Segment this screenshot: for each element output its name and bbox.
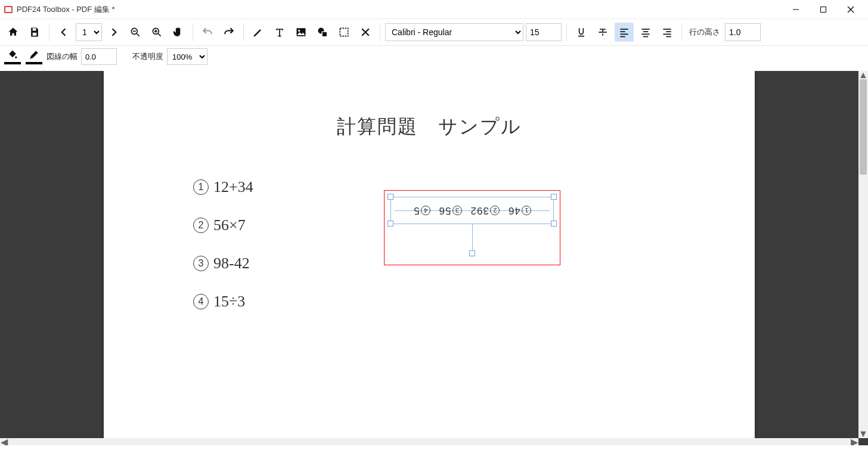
svg-rect-29 [643, 31, 648, 32]
problem-expr: 98-42 [213, 255, 250, 272]
next-page-button[interactable] [104, 23, 123, 42]
opacity-select[interactable]: 100% [167, 48, 207, 65]
draw-button[interactable] [249, 23, 268, 42]
horizontal-scrollbar[interactable]: ◀ ▶ [0, 438, 858, 445]
svg-rect-27 [620, 36, 625, 38]
resize-handle-tl[interactable] [388, 194, 393, 200]
main-toolbar: 1 Calibri - Regular 行の高さ [0, 19, 868, 46]
svg-rect-7 [33, 33, 37, 36]
svg-rect-33 [666, 31, 671, 32]
strikethrough-button[interactable] [593, 23, 612, 42]
resize-handle-br[interactable] [551, 221, 557, 227]
problem-number: 1 [193, 179, 209, 195]
pdf-page[interactable]: 計算問題 サンプル 112+34 256×7 398-42 415÷3 146 … [104, 71, 755, 445]
linewidth-input[interactable] [81, 48, 117, 65]
problem-row: 112+34 [193, 178, 253, 196]
scroll-up-icon[interactable]: ▲ [858, 71, 868, 79]
lineheight-input[interactable] [725, 23, 761, 41]
problem-row: 415÷3 [193, 293, 253, 311]
document-title: 計算問題 サンプル [104, 114, 755, 140]
problem-number: 2 [193, 218, 209, 233]
svg-rect-23 [599, 32, 606, 33]
svg-rect-6 [33, 28, 36, 30]
problem-number: 4 [193, 294, 209, 309]
svg-rect-22 [578, 36, 584, 37]
prev-page-button[interactable] [54, 23, 73, 42]
page-select[interactable]: 1 [76, 23, 102, 41]
align-center-button[interactable] [636, 23, 655, 42]
rotation-stem [472, 224, 473, 250]
svg-rect-26 [620, 34, 628, 35]
lineheight-label: 行の高さ [687, 27, 723, 38]
linewidth-label: 図線の幅 [46, 51, 78, 62]
svg-rect-3 [821, 7, 826, 12]
stroke-color-button[interactable] [25, 49, 43, 64]
annotation-highlight: 146 2392 356 45 [384, 190, 560, 265]
problem-expr: 12+34 [213, 178, 253, 196]
svg-rect-1 [5, 7, 11, 12]
delete-button[interactable] [356, 23, 375, 42]
resize-handle-tr[interactable] [551, 194, 557, 200]
svg-line-12 [159, 34, 161, 36]
svg-rect-30 [641, 34, 649, 35]
maximize-button[interactable] [810, 0, 837, 19]
align-left-button[interactable] [615, 23, 634, 42]
redo-button[interactable] [219, 23, 238, 42]
scroll-right-icon[interactable]: ▶ [850, 438, 858, 445]
problem-row: 398-42 [193, 255, 253, 272]
scroll-thumb[interactable] [860, 79, 867, 175]
underline-button[interactable] [572, 23, 591, 42]
save-button[interactable] [25, 23, 44, 42]
undo-button[interactable] [198, 23, 217, 42]
resize-handle-bl[interactable] [388, 221, 393, 227]
zoom-out-button[interactable] [126, 23, 145, 42]
scroll-left-icon[interactable]: ◀ [0, 438, 8, 445]
align-right-button[interactable] [658, 23, 677, 42]
svg-rect-25 [620, 31, 625, 32]
minimize-button[interactable] [782, 0, 810, 19]
home-button[interactable] [4, 23, 23, 42]
svg-point-16 [298, 30, 300, 32]
window-title: PDF24 Toolbox - PDF 編集 * [17, 4, 114, 15]
fill-color-button[interactable] [4, 49, 21, 64]
image-button[interactable] [292, 23, 311, 42]
secondary-toolbar: 図線の幅 不透明度 100% [0, 46, 868, 71]
svg-rect-19 [340, 28, 348, 36]
problem-number: 3 [193, 256, 209, 271]
document-area: 計算問題 サンプル 112+34 256×7 398-42 415÷3 146 … [0, 71, 868, 445]
text-button[interactable] [270, 23, 289, 42]
answer-text: 146 2392 356 45 [391, 204, 553, 216]
pan-button[interactable] [169, 23, 188, 42]
svg-rect-32 [663, 29, 671, 30]
font-size-input[interactable] [526, 23, 562, 41]
svg-rect-34 [663, 34, 671, 35]
opacity-label: 不透明度 [132, 51, 163, 62]
svg-rect-35 [666, 36, 671, 38]
titlebar: PDF24 Toolbox - PDF 編集 * [0, 0, 868, 19]
svg-rect-24 [620, 29, 628, 30]
scroll-down-icon[interactable]: ▼ [858, 430, 868, 438]
rotation-handle[interactable] [469, 250, 475, 256]
select-area-button[interactable] [334, 23, 354, 42]
svg-rect-28 [641, 29, 649, 30]
app-icon [4, 5, 13, 14]
svg-rect-31 [643, 36, 648, 38]
svg-point-36 [15, 57, 17, 58]
shape-button[interactable] [313, 23, 332, 42]
font-select[interactable]: Calibri - Regular [385, 23, 523, 41]
selected-text-object[interactable]: 146 2392 356 45 [390, 197, 554, 224]
problem-expr: 56×7 [213, 216, 246, 234]
vertical-scrollbar[interactable]: ▲ ▼ [858, 71, 868, 438]
svg-line-9 [137, 34, 140, 36]
problem-list: 112+34 256×7 398-42 415÷3 [193, 178, 253, 311]
close-button[interactable] [837, 0, 864, 19]
zoom-in-button[interactable] [147, 23, 166, 42]
problem-row: 256×7 [193, 216, 253, 234]
problem-expr: 15÷3 [213, 293, 245, 311]
svg-rect-18 [322, 32, 327, 36]
